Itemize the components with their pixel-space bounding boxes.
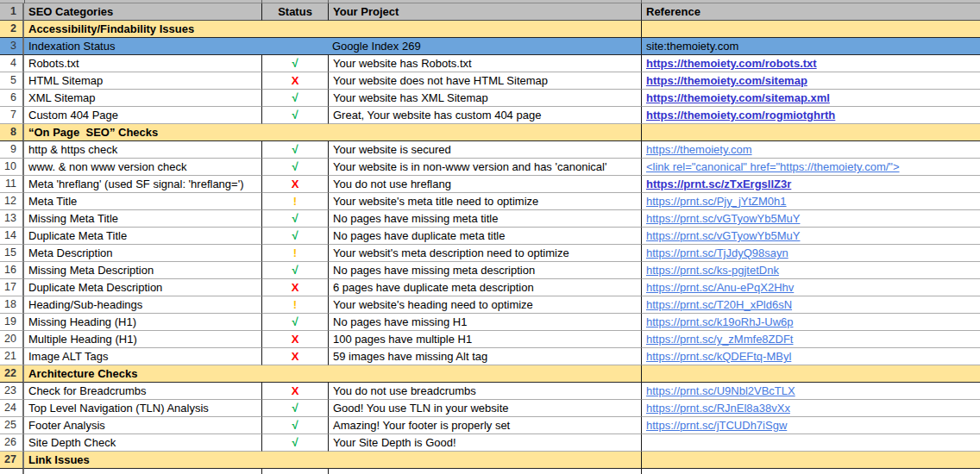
row-number[interactable]: 8 xyxy=(0,124,24,141)
row-number[interactable]: 10 xyxy=(0,159,24,176)
status-cell[interactable]: √ xyxy=(261,314,328,331)
category-cell[interactable]: http & https check xyxy=(24,141,261,159)
project-cell[interactable]: 6 pages have duplicate meta description xyxy=(328,279,641,296)
section-header-cell[interactable]: Architecture Checks xyxy=(24,365,641,383)
row-number[interactable]: 15 xyxy=(0,245,24,262)
section-header-cell[interactable]: “On Page SEO” Checks xyxy=(24,124,641,141)
reference-link[interactable]: <link rel="canonical" href="https://them… xyxy=(646,160,900,173)
reference-link[interactable]: https://prnt.sc/vGTyowYb5MuY xyxy=(646,229,800,242)
status-cell[interactable]: √ xyxy=(261,434,328,452)
project-cell[interactable]: Your website is secured xyxy=(328,141,641,159)
project-cell[interactable]: Your Site Depth is Good! xyxy=(328,434,641,452)
category-cell[interactable]: Missing Meta Title xyxy=(24,210,261,228)
section-reference-cell[interactable] xyxy=(641,21,980,38)
category-cell[interactable]: Missing Meta Description xyxy=(24,262,261,279)
project-cell[interactable]: Your website is in non-www version and h… xyxy=(328,159,641,176)
category-cell[interactable]: Site Depth Check xyxy=(24,434,261,452)
column-header-seo-categories[interactable]: SEO Categories xyxy=(24,3,261,21)
project-cell[interactable]: Your website has XML Sitemap xyxy=(328,90,641,107)
project-cell[interactable]: Great, Your website has custom 404 page xyxy=(328,107,641,124)
row-number[interactable]: 17 xyxy=(0,279,24,296)
row-number[interactable]: 27 xyxy=(0,452,24,469)
status-cell[interactable]: X xyxy=(261,331,328,348)
reference-cell[interactable]: https://prnt.sc/U9Nbl2VBcTLX xyxy=(641,383,980,400)
category-cell[interactable]: Duplicate Meta Description xyxy=(24,279,261,296)
row-number[interactable]: 23 xyxy=(0,383,24,400)
status-cell[interactable]: √ xyxy=(261,90,328,107)
reference-cell[interactable]: https://prnt.sc/y_zMmfe8ZDFt xyxy=(641,331,980,348)
reference-link[interactable]: https://prnt.sc/RJnEl8a38vXx xyxy=(646,402,790,415)
project-cell[interactable]: No pages have missing meta description xyxy=(328,262,641,279)
category-cell[interactable]: Footer Analysis xyxy=(24,417,261,434)
column-header-status[interactable]: Status xyxy=(261,3,328,21)
reference-cell[interactable]: https://prnt.sc/RJnEl8a38vXx xyxy=(641,400,980,417)
status-cell[interactable]: X xyxy=(261,383,328,400)
category-cell[interactable]: Custom 404 Page xyxy=(24,107,261,124)
status-cell[interactable]: √ xyxy=(261,55,328,72)
reference-cell[interactable]: https://prnt.sc/vGTyowYb5MuY xyxy=(641,210,980,228)
reference-cell[interactable]: https://themoiety.com/sitemap xyxy=(641,72,980,90)
reference-link[interactable]: https://prnt.sc/U9Nbl2VBcTLX xyxy=(646,384,795,397)
status-cell[interactable]: ! xyxy=(261,245,328,262)
row-number[interactable]: 4 xyxy=(0,55,24,72)
reference-cell[interactable]: https://prnt.sc/k19oRhJ-Uw6p xyxy=(641,314,980,331)
section-reference-cell[interactable] xyxy=(641,124,980,141)
row-number[interactable]: 24 xyxy=(0,400,24,417)
project-cell[interactable]: Your website does not have HTML Sitemap xyxy=(328,72,641,90)
status-cell[interactable]: √ xyxy=(261,417,328,434)
category-cell[interactable]: Meta Title xyxy=(24,193,261,210)
project-cell[interactable]: Your website's meta title need to optimi… xyxy=(328,193,641,210)
column-header-your-project[interactable]: Your Project xyxy=(328,3,641,21)
category-cell[interactable]: Missing Heading (H1) xyxy=(24,314,261,331)
reference-link[interactable]: https://prnt.sc/y_zMmfe8ZDFt xyxy=(646,333,794,346)
row-number[interactable]: 14 xyxy=(0,228,24,245)
status-cell[interactable]: √ xyxy=(261,210,328,228)
category-cell[interactable]: Meta 'hreflang' (used SF signal: 'hrefla… xyxy=(24,176,261,193)
row-number[interactable]: 12 xyxy=(0,193,24,210)
reference-link[interactable]: https://themoiety.com xyxy=(646,143,752,156)
reference-link[interactable]: https://themoiety.com/rogmiotghrth xyxy=(646,109,835,122)
project-cell[interactable]: Amazing! Your footer is properly set xyxy=(328,417,641,434)
status-cell[interactable]: X xyxy=(261,176,328,193)
status-cell[interactable]: X xyxy=(261,348,328,365)
row-number[interactable]: 2 xyxy=(0,21,24,38)
project-cell[interactable]: No pages have duplicate meta title xyxy=(328,228,641,245)
project-cell[interactable]: Google Index 269 xyxy=(328,38,641,55)
row-number[interactable]: 11 xyxy=(0,176,24,193)
reference-cell[interactable]: https://prnt.sc/kQDEFtq-MByl xyxy=(641,348,980,365)
category-cell[interactable]: Robots.txt xyxy=(24,55,261,72)
project-cell[interactable]: 59 images have missing Alt tag xyxy=(328,348,641,365)
reference-cell[interactable]: https://themoiety.com/rogmiotghrth xyxy=(641,107,980,124)
project-cell[interactable]: You do not use breadcrumbs xyxy=(328,383,641,400)
project-cell[interactable]: No pages have missing meta title xyxy=(328,210,641,228)
category-cell[interactable]: Heading/Sub-headings xyxy=(24,296,261,314)
reference-cell[interactable] xyxy=(641,434,980,452)
reference-cell[interactable]: https://themoiety.com/robots.txt xyxy=(641,55,980,72)
reference-link[interactable]: https://themoiety.com/sitemap xyxy=(646,74,807,87)
column-header-reference[interactable]: Reference xyxy=(641,3,980,21)
row-number[interactable]: 6 xyxy=(0,90,24,107)
reference-cell[interactable]: site:themoiety.com xyxy=(641,38,980,55)
section-header-cell[interactable]: Accessibility/Findability Issues xyxy=(24,21,641,38)
status-cell[interactable]: √ xyxy=(261,141,328,159)
category-cell[interactable]: Duplicate Meta Title xyxy=(24,228,261,245)
reference-cell[interactable]: https://themoiety.com/sitemap.xml xyxy=(641,90,980,107)
reference-link[interactable]: https://prnt.sc/jTCUDh7iSgw xyxy=(646,419,787,432)
status-cell[interactable]: √ xyxy=(261,228,328,245)
project-cell[interactable]: Good! You use TLN in your website xyxy=(328,400,641,417)
reference-cell[interactable]: https://prnt.sc/jTCUDh7iSgw xyxy=(641,417,980,434)
row-number[interactable]: 21 xyxy=(0,348,24,365)
row-number[interactable]: 1 xyxy=(0,3,24,21)
section-reference-cell[interactable] xyxy=(641,365,980,383)
status-cell[interactable]: √ xyxy=(261,262,328,279)
status-cell[interactable]: ! xyxy=(261,193,328,210)
section-reference-cell[interactable] xyxy=(641,452,980,469)
reference-link[interactable]: https://prnt.sc/Anu-ePqX2Hhv xyxy=(646,281,794,294)
category-cell[interactable]: Indexation Status xyxy=(24,38,328,55)
reference-link[interactable]: https://prnt.sc/Pjy_jYtZM0h1 xyxy=(646,195,787,208)
project-cell[interactable]: 100 pages have multiple H1 xyxy=(328,331,641,348)
reference-link[interactable]: https://prnt.sc/zTxErgsllZ3r xyxy=(646,178,791,190)
reference-link[interactable]: https://prnt.sc/ks-pgjtetDnk xyxy=(646,264,779,277)
reference-link[interactable]: https://prnt.sc/kQDEFtq-MByl xyxy=(646,350,791,363)
category-cell[interactable]: www. & non www version check xyxy=(24,159,261,176)
